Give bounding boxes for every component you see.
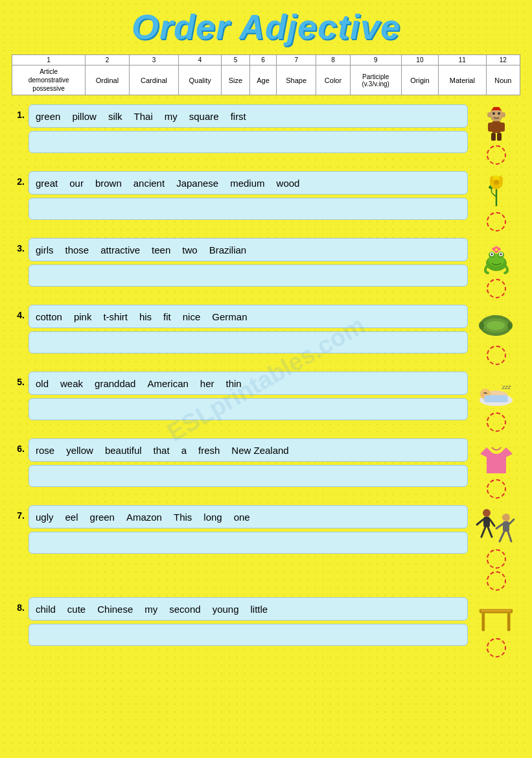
word-8-3: Chinese: [97, 604, 133, 615]
word-6-5: a: [181, 445, 187, 456]
word-2-3: brown: [95, 178, 122, 189]
dashed-circle-8: [487, 638, 506, 657]
dashed-circle-2: [487, 212, 506, 231]
word-row-5: old weak granddad American her thin: [29, 372, 468, 395]
word-4-6: nice: [183, 311, 201, 322]
svg-point-33: [495, 248, 498, 251]
word-8-5: second: [169, 604, 200, 615]
word-8-7: little: [251, 604, 268, 615]
word-1-6: square: [189, 111, 219, 122]
answer-row-4[interactable]: [29, 331, 468, 353]
word-6-1: rose: [36, 445, 54, 456]
word-8-6: young: [213, 604, 239, 615]
ex-content-4: cotton pink t-shirt his fit nice German: [29, 305, 468, 353]
ex-number-3: 3.: [12, 243, 25, 254]
word-3-1: girls: [36, 244, 54, 255]
col-label-8: Color: [316, 65, 350, 95]
svg-point-28: [500, 254, 502, 255]
exercise-8: 8. child cute Chinese my second young li…: [12, 597, 520, 657]
word-4-5: fit: [163, 311, 171, 322]
svg-point-44: [483, 509, 491, 517]
ex-image-5: zzz: [472, 374, 520, 432]
col-label-10: Origin: [401, 65, 438, 95]
ex-number-8: 8.: [12, 602, 25, 613]
exercise-4: 4. cotton pink t-shirt his fit nice Germ…: [12, 305, 520, 365]
word-7-1: ugly: [36, 512, 54, 523]
word-2-5: Japanese: [176, 178, 218, 189]
word-1-1: green: [36, 111, 60, 122]
dashed-circle-5: [487, 412, 506, 432]
answer-row-3[interactable]: [29, 265, 468, 287]
ex-image-3: [472, 241, 520, 298]
col-label-11: Material: [439, 65, 487, 95]
word-5-4: American: [147, 378, 188, 389]
word-3-2: those: [65, 244, 89, 255]
svg-point-38: [507, 322, 513, 329]
word-7-6: long: [203, 512, 222, 523]
word-6-7: New Zealand: [231, 445, 288, 456]
word-row-3: girls those attractive teen two Brazilia…: [29, 238, 468, 261]
svg-point-37: [479, 322, 484, 329]
exercise-5: 5. old weak granddad American her thin: [12, 372, 520, 432]
word-4-4: his: [139, 311, 152, 322]
ex-content-1: green pillow silk Thai my square first: [29, 104, 468, 153]
word-1-2: pillow: [72, 111, 97, 122]
rose-image: [478, 174, 514, 209]
ex-content-3: girls those attractive teen two Brazilia…: [29, 238, 468, 287]
col-num-1: 1: [12, 55, 86, 65]
answer-row-6[interactable]: [29, 465, 468, 487]
dancers-image: [474, 508, 519, 547]
svg-point-8: [498, 112, 500, 115]
word-8-4: my: [145, 604, 157, 615]
word-5-1: old: [36, 378, 49, 389]
col-label-9: Participle(v.3/v.ing): [350, 65, 401, 95]
dashed-circle-7a: [487, 549, 506, 569]
word-3-4: teen: [152, 244, 170, 255]
svg-point-50: [502, 514, 510, 521]
word-2-7: wood: [277, 178, 300, 189]
word-7-5: This: [174, 512, 192, 523]
frog-image: [478, 241, 514, 276]
word-7-3: green: [90, 512, 115, 523]
dashed-circle-6: [487, 479, 506, 499]
ex-content-7: ugly eel green Amazon This long one: [29, 505, 468, 554]
ex-image-6: [472, 441, 520, 499]
svg-line-47: [490, 519, 494, 526]
svg-rect-6: [497, 133, 502, 141]
svg-marker-11: [491, 107, 502, 110]
answer-row-5[interactable]: [29, 398, 468, 420]
col-num-12: 12: [486, 55, 520, 65]
ex-image-7: [472, 508, 520, 591]
svg-line-49: [488, 527, 492, 537]
svg-line-53: [509, 519, 514, 524]
svg-point-10: [502, 112, 505, 117]
svg-rect-5: [491, 133, 496, 141]
exercise-1: 1. green pillow silk Thai my square firs…: [12, 104, 520, 165]
answer-row-2[interactable]: [29, 198, 468, 220]
ex-number-6: 6.: [12, 444, 25, 454]
word-1-3: silk: [108, 111, 122, 122]
svg-rect-4: [500, 123, 505, 132]
exercise-6: 6. rose yellow beautiful that a fresh Ne…: [12, 438, 520, 499]
word-5-2: weak: [60, 378, 83, 389]
word-4-3: t-shirt: [103, 311, 128, 322]
answer-row-8[interactable]: [29, 624, 468, 646]
word-7-2: eel: [65, 512, 78, 523]
word-4-2: pink: [74, 311, 92, 322]
col-num-3: 3: [129, 55, 179, 65]
svg-point-7: [492, 112, 495, 115]
exercise-3: 3. girls those attractive teen two Brazi…: [12, 238, 520, 298]
col-label-4: Quality: [179, 65, 222, 95]
ex-content-8: child cute Chinese my second young littl…: [29, 597, 468, 646]
word-2-6: medium: [230, 178, 264, 189]
adjective-order-table: 1 2 3 4 5 6 7 8 9 10 11 12 Articledemons…: [12, 54, 520, 95]
answer-row-7[interactable]: [29, 532, 468, 554]
word-8-2: cute: [67, 604, 86, 615]
svg-point-9: [487, 112, 491, 117]
page-title: Order Adjective: [12, 6, 520, 47]
col-num-11: 11: [439, 55, 487, 65]
answer-row-1[interactable]: [29, 131, 468, 153]
col-num-6: 6: [249, 55, 276, 65]
word-6-6: fresh: [198, 445, 220, 456]
dashed-circle-3: [487, 279, 506, 298]
